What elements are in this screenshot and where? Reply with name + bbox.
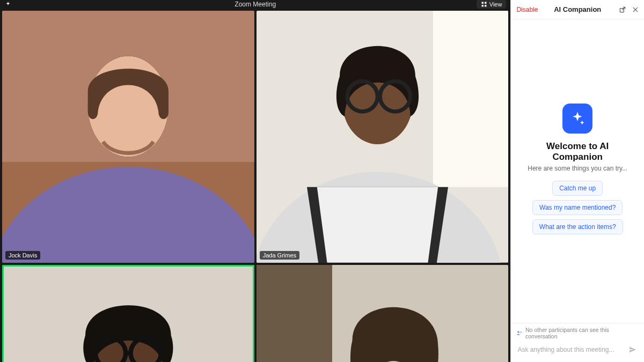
video-tile[interactable]: Jock Davis (2, 11, 254, 263)
participant-video (257, 11, 509, 263)
participant-video (2, 265, 254, 362)
participant-video (2, 11, 254, 263)
send-icon[interactable] (627, 344, 639, 356)
svg-rect-1 (485, 2, 487, 4)
titlebar: Zoom Meeting View (0, 0, 510, 9)
privacy-note: No other participants can see this conve… (516, 327, 639, 339)
participant-name-label: Jada Grimes (260, 251, 299, 260)
welcome-subtitle: Here are some things you can try... (528, 165, 627, 172)
video-tile[interactable]: Macy Holloway (257, 265, 509, 362)
participant-video (257, 265, 509, 362)
svg-point-35 (517, 331, 519, 333)
ai-sparkle-icon (4, 1, 12, 8)
view-button[interactable]: View (477, 0, 507, 9)
popout-icon[interactable] (618, 5, 627, 14)
svg-rect-23 (257, 265, 332, 362)
disable-button[interactable]: Disable (516, 6, 538, 13)
close-icon[interactable] (631, 5, 640, 14)
welcome-title: Welcome to AI Companion (522, 141, 633, 162)
ai-companion-logo (562, 104, 592, 134)
svg-point-36 (521, 331, 522, 333)
svg-rect-3 (485, 5, 487, 7)
grid-icon (481, 1, 487, 8)
suggestion-name-mentioned[interactable]: Was my name mentioned? (532, 200, 623, 215)
video-tile[interactable]: Jada Grimes (257, 11, 509, 263)
view-label: View (489, 1, 502, 8)
panel-footer: No other participants can see this conve… (511, 323, 644, 362)
panel-header: Disable AI Companion (511, 0, 644, 19)
panel-title: AI Companion (554, 5, 601, 13)
svg-rect-10 (433, 11, 509, 187)
ask-input[interactable] (516, 343, 624, 357)
panel-body: Welcome to AI Companion Here are some th… (511, 19, 644, 323)
suggestion-action-items[interactable]: What are the action items? (532, 219, 623, 234)
participant-name-label: Jock Davis (5, 251, 40, 260)
video-tile[interactable]: Antwan Cannon (2, 265, 254, 362)
window-title: Zoom Meeting (235, 1, 276, 8)
suggestion-catch-me-up[interactable]: Catch me up (552, 181, 603, 196)
svg-rect-0 (481, 2, 484, 4)
privacy-icon (516, 330, 523, 336)
ai-companion-panel: Disable AI Companion Welcome to AI Compa… (510, 0, 644, 362)
zoom-meeting-window: Zoom Meeting View Jock Davis (0, 0, 510, 362)
video-grid: Jock Davis Jada Grimes (0, 9, 510, 362)
svg-rect-2 (481, 5, 484, 7)
